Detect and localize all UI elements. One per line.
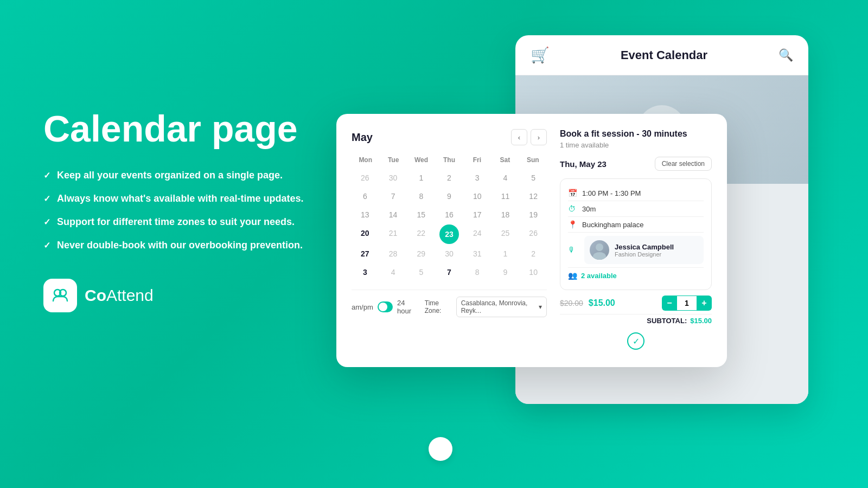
cal-day-20[interactable]: 20 <box>352 224 379 244</box>
calendar-footer: am/pm 24 hour Time Zone: Casablanca, Mon… <box>352 290 547 317</box>
toggle-knob <box>379 303 387 311</box>
cal-day[interactable]: 9 <box>436 188 463 205</box>
day-header-mon: Mon <box>352 154 379 166</box>
bottom-decorative-circle <box>429 437 452 461</box>
cal-day[interactable]: 28 <box>380 245 407 262</box>
quantity-display: 1 <box>677 296 697 311</box>
host-card: Jessica Campbell Fashion Designer <box>584 236 704 264</box>
brand-logo: CoAttend <box>43 279 326 312</box>
cal-day[interactable]: 10 <box>520 264 547 281</box>
check-icon-1: ✓ <box>43 170 50 182</box>
cal-day[interactable]: 16 <box>436 206 463 223</box>
event-calendar-title: Event Calendar <box>621 48 707 62</box>
search-icon[interactable]: 🔍 <box>778 48 793 62</box>
subtotal-value: $15.00 <box>690 317 712 325</box>
cal-day[interactable]: 22 <box>407 224 435 244</box>
check-icon-2: ✓ <box>43 193 50 205</box>
clear-selection-button[interactable]: Clear selection <box>655 157 712 171</box>
cal-day[interactable]: 9 <box>492 264 519 281</box>
day-header-sat: Sat <box>491 154 519 166</box>
cal-day[interactable]: 3 <box>464 169 491 187</box>
quantity-control: − 1 + <box>662 296 712 311</box>
day-header-fri: Fri <box>463 154 491 166</box>
cal-day-7[interactable]: 7 <box>436 264 463 281</box>
booking-title: Book a fit session - 30 minutes <box>560 129 712 139</box>
cal-day[interactable]: 5 <box>520 169 547 187</box>
cal-day[interactable]: 12 <box>520 188 547 205</box>
clock-icon: ⏱ <box>568 204 577 213</box>
time-row: 📅 1:00 PM - 1:30 PM <box>568 185 704 201</box>
cal-day[interactable]: 26 <box>520 224 547 244</box>
cal-day[interactable]: 4 <box>492 169 519 187</box>
calendar-days: 26 30 1 2 3 4 5 6 7 8 9 10 11 12 13 14 1… <box>352 169 547 281</box>
cal-day-27[interactable]: 27 <box>352 245 379 262</box>
booking-section: Book a fit session - 30 minutes 1 time a… <box>560 129 712 352</box>
cal-day[interactable]: 1 <box>407 169 435 187</box>
cart-icon: 🛒 <box>531 46 550 64</box>
svg-point-2 <box>596 243 603 251</box>
check-icon-3: ✓ <box>43 216 50 228</box>
timezone-value: Casablanca, Monrovia, Reyk... <box>461 299 537 314</box>
price-original: $20.00 <box>560 299 583 307</box>
cal-day[interactable]: 10 <box>464 188 491 205</box>
cal-day[interactable]: 19 <box>520 206 547 223</box>
calendar-grid: Mon Tue Wed Thu Fri Sat Sun 26 30 1 2 3 … <box>352 154 547 281</box>
timezone-dropdown[interactable]: Casablanca, Monrovia, Reyk... ▾ <box>456 297 547 317</box>
cal-day-23-selected[interactable]: 23 <box>439 224 459 244</box>
chevron-down-icon: ▾ <box>539 303 542 311</box>
cal-day[interactable]: 2 <box>436 169 463 187</box>
pricing-row: $20.00 $15.00 − 1 + <box>560 290 712 314</box>
feature-item-4: ✓ Never double-book with our overbooking… <box>43 239 326 252</box>
timezone-label: Time Zone: <box>425 299 453 314</box>
cal-day[interactable]: 15 <box>407 206 435 223</box>
cal-day[interactable]: 8 <box>464 264 491 281</box>
calendar-section: May ‹ › Mon Tue Wed Thu Fri Sat Sun 26 3… <box>352 129 547 352</box>
cal-day[interactable]: 25 <box>492 224 519 244</box>
cal-day[interactable]: 21 <box>380 224 407 244</box>
cal-day[interactable]: 26 <box>352 169 379 187</box>
host-name: Jessica Campbell <box>615 243 674 251</box>
cal-day-3[interactable]: 3 <box>352 264 379 281</box>
cal-day[interactable]: 18 <box>492 206 519 223</box>
cal-day[interactable]: 30 <box>436 245 463 262</box>
cal-day[interactable]: 29 <box>407 245 435 262</box>
cal-day[interactable]: 31 <box>464 245 491 262</box>
cal-day[interactable]: 5 <box>407 264 435 281</box>
cal-day[interactable]: 14 <box>380 206 407 223</box>
timezone-select: Time Zone: Casablanca, Monrovia, Reyk...… <box>425 297 547 317</box>
confirm-btn-row: ✓ <box>560 329 712 352</box>
mic-icon: 🎙 <box>568 246 577 254</box>
quantity-decrease-button[interactable]: − <box>662 296 677 311</box>
day-header-wed: Wed <box>407 154 435 166</box>
ampm-label: am/pm <box>352 303 373 311</box>
quantity-increase-button[interactable]: + <box>697 296 712 311</box>
cal-day[interactable]: 11 <box>492 188 519 205</box>
cal-day[interactable]: 7 <box>380 188 407 205</box>
main-panel: May ‹ › Mon Tue Wed Thu Fri Sat Sun 26 3… <box>336 114 727 367</box>
month-label: May <box>352 131 373 144</box>
cal-day[interactable]: 24 <box>464 224 491 244</box>
cal-day[interactable]: 1 <box>492 245 519 262</box>
prev-month-button[interactable]: ‹ <box>511 129 527 145</box>
confirm-button[interactable]: ✓ <box>627 332 644 350</box>
duration-value: 30m <box>582 205 596 213</box>
host-avatar <box>590 240 609 260</box>
booking-date: Thu, May 23 <box>560 159 607 169</box>
cal-day[interactable]: 13 <box>352 206 379 223</box>
cal-day[interactable]: 4 <box>380 264 407 281</box>
check-icon-4: ✓ <box>43 240 50 252</box>
hour24-label: 24 hour <box>397 299 416 315</box>
cal-day[interactable]: 30 <box>380 169 407 187</box>
features-list: ✓ Keep all your events organized on a si… <box>43 169 326 253</box>
cal-day[interactable]: 8 <box>407 188 435 205</box>
cal-day[interactable]: 2 <box>520 245 547 262</box>
ampm-toggle-switch[interactable] <box>378 301 393 312</box>
available-row: 👥 2 available <box>568 268 704 283</box>
brand-name: CoAttend <box>85 286 154 305</box>
feature-item-3: ✓ Support for different time zones to su… <box>43 215 326 229</box>
svg-point-3 <box>593 252 606 260</box>
cal-day[interactable]: 6 <box>352 188 379 205</box>
cal-day[interactable]: 17 <box>464 206 491 223</box>
subtotal-label: SUBTOTAL: <box>647 317 687 325</box>
next-month-button[interactable]: › <box>531 129 547 145</box>
